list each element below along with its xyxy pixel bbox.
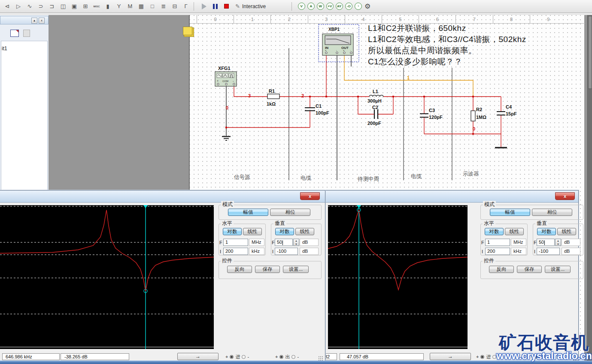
ruler-number: 2 bbox=[270, 15, 307, 23]
design-item[interactable]: it1 bbox=[1, 41, 47, 52]
ruler-number: 1 bbox=[234, 15, 270, 23]
magnitude-button[interactable]: 幅值 bbox=[490, 209, 530, 216]
ttl-icon[interactable]: ⊃ bbox=[36, 2, 46, 11]
interactive-mode-selector[interactable]: ✎ Interactive bbox=[235, 3, 266, 9]
indicator-icon[interactable]: ▣ bbox=[69, 2, 79, 11]
save-button[interactable]: 保存 bbox=[517, 266, 542, 273]
analog-icon[interactable]: ∿ bbox=[24, 2, 35, 11]
transistor-icon[interactable]: ⊲ bbox=[2, 2, 12, 11]
design-toolbox-titlebar[interactable]: ▴ x bbox=[0, 16, 49, 24]
power-source-icon[interactable]: ⊞ bbox=[80, 2, 91, 11]
window-titlebar[interactable] bbox=[0, 191, 325, 203]
bode-plot-display-2[interactable] bbox=[328, 205, 468, 349]
in-plus-radio[interactable] bbox=[480, 355, 484, 359]
cursor-right-button[interactable]: → bbox=[177, 353, 219, 360]
vertical-initial-unit: dB bbox=[300, 248, 319, 255]
reverse-button[interactable]: 反向 bbox=[227, 266, 252, 273]
peripherals-icon[interactable]: ▮ bbox=[103, 2, 113, 11]
simulate-pause-button[interactable] bbox=[210, 2, 220, 11]
horizontal-log-button[interactable]: 对数 bbox=[223, 228, 242, 235]
wrench-icon: ✎ bbox=[235, 3, 240, 9]
vertical-initial-input[interactable]: -100 bbox=[275, 248, 298, 255]
bode-plot-display-1[interactable] bbox=[0, 205, 214, 349]
reverse-button[interactable]: 反向 bbox=[489, 266, 514, 273]
ruler-number: 6 bbox=[419, 15, 455, 23]
settings-button[interactable]: 设置... bbox=[545, 266, 571, 273]
hierarchy-view-icon[interactable] bbox=[23, 30, 30, 37]
resize-grip[interactable] bbox=[318, 356, 324, 361]
mcu-icon[interactable]: □ bbox=[147, 2, 158, 11]
spinner-control[interactable]: ▲▼ bbox=[293, 239, 299, 246]
vertical-final-input[interactable]: 50 bbox=[275, 239, 293, 246]
horizontal-initial-input[interactable]: 200 bbox=[223, 248, 248, 255]
annotation-line: 所以最低点是中周谐振频率。 bbox=[368, 45, 591, 56]
multimeter-icon[interactable]: V bbox=[298, 3, 305, 10]
horizontal-linear-button[interactable]: 线性 bbox=[505, 228, 524, 235]
ladder-diagram-icon[interactable]: ≣ bbox=[158, 2, 169, 11]
cmos-icon[interactable]: ⊐ bbox=[47, 2, 57, 11]
in-minus-radio[interactable] bbox=[242, 355, 246, 359]
out-plus-radio[interactable] bbox=[279, 355, 283, 359]
reference-probe-icon[interactable]: -O bbox=[345, 3, 352, 10]
close-button[interactable]: x bbox=[300, 192, 320, 200]
hierarchical-block-icon[interactable]: ⊟ bbox=[170, 2, 180, 11]
bode-control-panel-1: 模式 幅值 相位 水平 对数 线性 F 1 MHz I 200 kHz 垂直 对… bbox=[218, 202, 323, 280]
ruler-number: 8 bbox=[493, 15, 530, 23]
save-button[interactable]: 保存 bbox=[255, 266, 280, 273]
in-use-list-icon[interactable] bbox=[183, 27, 192, 35]
cursor-handle[interactable] bbox=[357, 205, 361, 208]
annotation-line: C1怎么没多少影响呢？？ bbox=[368, 56, 591, 67]
probe-settings-gear-icon[interactable]: ⚙ bbox=[363, 2, 372, 11]
frequency-readout: 646.986 kHz bbox=[2, 353, 60, 360]
diode-icon[interactable]: ▷ bbox=[13, 2, 24, 11]
misc-component-icon[interactable]: MISC bbox=[91, 2, 102, 11]
spinner-control[interactable]: ▲▼ bbox=[555, 239, 561, 246]
horizontal-linear-button[interactable]: 线性 bbox=[243, 228, 262, 235]
mode-group-label: 模式 bbox=[221, 201, 234, 208]
vertical-final-input[interactable]: 50 bbox=[537, 239, 555, 246]
window-titlebar[interactable] bbox=[322, 191, 578, 203]
cursor-handle[interactable] bbox=[143, 205, 148, 208]
ruler-number: 5 bbox=[382, 15, 419, 23]
phase-button[interactable]: 相位 bbox=[532, 209, 572, 216]
voltage-probe-icon[interactable]: +V bbox=[326, 3, 334, 10]
simulate-run-button[interactable] bbox=[199, 2, 209, 11]
simulate-stop-button[interactable] bbox=[221, 2, 231, 11]
transient-probe-icon[interactable]: ◔ bbox=[355, 3, 362, 10]
signal-analyzer-icon[interactable]: AY bbox=[336, 3, 343, 10]
wattmeter-icon[interactable]: W bbox=[317, 3, 324, 10]
in-terminal-controls: + 进- bbox=[225, 353, 249, 360]
horizontal-log-button[interactable]: 对数 bbox=[485, 228, 504, 235]
misc-digital-icon[interactable]: ◫ bbox=[58, 2, 68, 11]
toolbar-separator bbox=[291, 2, 292, 11]
vertical-log-button[interactable]: 对数 bbox=[537, 228, 556, 235]
magnitude-button[interactable]: 幅值 bbox=[228, 209, 268, 216]
horizontal-final-input[interactable]: 1 bbox=[485, 239, 510, 246]
vertical-linear-button[interactable]: 线性 bbox=[557, 228, 576, 235]
electromechanical-icon[interactable]: M bbox=[125, 2, 135, 11]
panel-pin-button[interactable]: ▴ bbox=[31, 18, 37, 24]
annotation-line: L1和C2等效电感，和C3//C4谐振，502khz bbox=[368, 34, 591, 45]
vertical-initial-unit: dB bbox=[562, 248, 580, 255]
settings-button[interactable]: 设置... bbox=[283, 266, 309, 273]
in-plus-radio[interactable] bbox=[230, 355, 234, 359]
vertical-linear-button[interactable]: 线性 bbox=[295, 228, 314, 235]
close-button[interactable]: x bbox=[555, 192, 575, 200]
ni-components-icon[interactable]: ▦ bbox=[136, 2, 146, 11]
cursor-right-button[interactable]: → bbox=[430, 353, 471, 360]
horizontal-final-input[interactable]: 1 bbox=[223, 239, 248, 246]
vertical-initial-input[interactable]: -100 bbox=[537, 248, 560, 255]
horizontal-initial-input[interactable]: 200 bbox=[485, 248, 510, 255]
panel-close-button[interactable]: x bbox=[39, 18, 45, 24]
out-minus-radio[interactable] bbox=[291, 355, 295, 359]
horizontal-initial-unit: kHz bbox=[511, 248, 526, 255]
new-schematic-icon[interactable] bbox=[10, 30, 19, 37]
bode-trace-1 bbox=[0, 205, 214, 349]
vertical-log-button[interactable]: 对数 bbox=[275, 228, 294, 235]
magnitude-readout: -38.265 dB bbox=[61, 353, 129, 360]
ruler-number: 9 bbox=[530, 15, 567, 23]
bus-icon[interactable]: Γ bbox=[181, 2, 191, 11]
phase-button[interactable]: 相位 bbox=[270, 209, 310, 216]
ammeter-icon[interactable]: A bbox=[307, 3, 315, 10]
rf-icon[interactable]: Y bbox=[114, 2, 124, 11]
